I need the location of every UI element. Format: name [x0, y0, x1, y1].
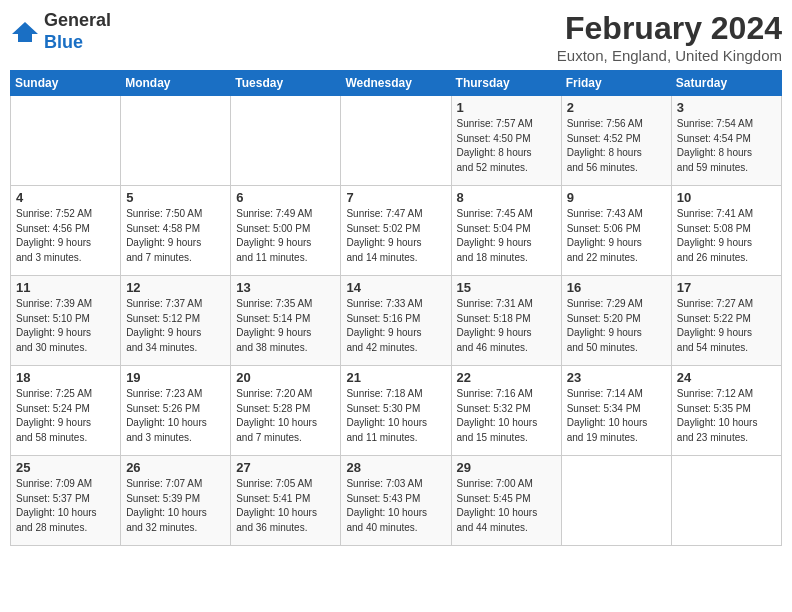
weekday-header-saturday: Saturday: [671, 71, 781, 96]
page-header: General Blue February 2024 Euxton, Engla…: [10, 10, 782, 64]
day-info: Sunrise: 7:27 AMSunset: 5:22 PMDaylight:…: [677, 297, 777, 355]
day-number: 8: [457, 190, 557, 205]
calendar-cell: 19Sunrise: 7:23 AMSunset: 5:26 PMDayligh…: [121, 366, 231, 456]
calendar-cell: 4Sunrise: 7:52 AMSunset: 4:56 PMDaylight…: [11, 186, 121, 276]
calendar-cell: 21Sunrise: 7:18 AMSunset: 5:30 PMDayligh…: [341, 366, 451, 456]
day-number: 1: [457, 100, 557, 115]
day-info: Sunrise: 7:14 AMSunset: 5:34 PMDaylight:…: [567, 387, 667, 445]
calendar-cell: [341, 96, 451, 186]
calendar-cell: 9Sunrise: 7:43 AMSunset: 5:06 PMDaylight…: [561, 186, 671, 276]
calendar-cell: [121, 96, 231, 186]
weekday-header-sunday: Sunday: [11, 71, 121, 96]
day-number: 13: [236, 280, 336, 295]
day-number: 4: [16, 190, 116, 205]
calendar-cell: 18Sunrise: 7:25 AMSunset: 5:24 PMDayligh…: [11, 366, 121, 456]
title-block: February 2024 Euxton, England, United Ki…: [557, 10, 782, 64]
calendar-cell: 13Sunrise: 7:35 AMSunset: 5:14 PMDayligh…: [231, 276, 341, 366]
day-info: Sunrise: 7:18 AMSunset: 5:30 PMDaylight:…: [346, 387, 446, 445]
location: Euxton, England, United Kingdom: [557, 47, 782, 64]
day-number: 11: [16, 280, 116, 295]
day-number: 29: [457, 460, 557, 475]
day-number: 9: [567, 190, 667, 205]
calendar-cell: 26Sunrise: 7:07 AMSunset: 5:39 PMDayligh…: [121, 456, 231, 546]
day-info: Sunrise: 7:23 AMSunset: 5:26 PMDaylight:…: [126, 387, 226, 445]
calendar-cell: [11, 96, 121, 186]
weekday-header-friday: Friday: [561, 71, 671, 96]
day-number: 3: [677, 100, 777, 115]
day-info: Sunrise: 7:39 AMSunset: 5:10 PMDaylight:…: [16, 297, 116, 355]
day-info: Sunrise: 7:43 AMSunset: 5:06 PMDaylight:…: [567, 207, 667, 265]
day-number: 22: [457, 370, 557, 385]
day-number: 25: [16, 460, 116, 475]
weekday-header-wednesday: Wednesday: [341, 71, 451, 96]
day-info: Sunrise: 7:52 AMSunset: 4:56 PMDaylight:…: [16, 207, 116, 265]
calendar-cell: 11Sunrise: 7:39 AMSunset: 5:10 PMDayligh…: [11, 276, 121, 366]
day-number: 17: [677, 280, 777, 295]
day-number: 15: [457, 280, 557, 295]
logo-icon: [10, 20, 40, 44]
day-number: 18: [16, 370, 116, 385]
day-number: 6: [236, 190, 336, 205]
calendar-cell: 1Sunrise: 7:57 AMSunset: 4:50 PMDaylight…: [451, 96, 561, 186]
day-info: Sunrise: 7:33 AMSunset: 5:16 PMDaylight:…: [346, 297, 446, 355]
weekday-header-tuesday: Tuesday: [231, 71, 341, 96]
day-info: Sunrise: 7:37 AMSunset: 5:12 PMDaylight:…: [126, 297, 226, 355]
day-info: Sunrise: 7:12 AMSunset: 5:35 PMDaylight:…: [677, 387, 777, 445]
day-info: Sunrise: 7:09 AMSunset: 5:37 PMDaylight:…: [16, 477, 116, 535]
calendar-cell: 29Sunrise: 7:00 AMSunset: 5:45 PMDayligh…: [451, 456, 561, 546]
calendar-cell: 8Sunrise: 7:45 AMSunset: 5:04 PMDaylight…: [451, 186, 561, 276]
calendar-cell: 6Sunrise: 7:49 AMSunset: 5:00 PMDaylight…: [231, 186, 341, 276]
day-number: 5: [126, 190, 226, 205]
calendar-cell: 7Sunrise: 7:47 AMSunset: 5:02 PMDaylight…: [341, 186, 451, 276]
day-info: Sunrise: 7:00 AMSunset: 5:45 PMDaylight:…: [457, 477, 557, 535]
calendar-cell: 25Sunrise: 7:09 AMSunset: 5:37 PMDayligh…: [11, 456, 121, 546]
day-info: Sunrise: 7:47 AMSunset: 5:02 PMDaylight:…: [346, 207, 446, 265]
week-row-0: 1Sunrise: 7:57 AMSunset: 4:50 PMDaylight…: [11, 96, 782, 186]
week-row-2: 11Sunrise: 7:39 AMSunset: 5:10 PMDayligh…: [11, 276, 782, 366]
calendar-cell: 2Sunrise: 7:56 AMSunset: 4:52 PMDaylight…: [561, 96, 671, 186]
day-info: Sunrise: 7:16 AMSunset: 5:32 PMDaylight:…: [457, 387, 557, 445]
weekday-header-thursday: Thursday: [451, 71, 561, 96]
day-number: 26: [126, 460, 226, 475]
calendar-cell: 5Sunrise: 7:50 AMSunset: 4:58 PMDaylight…: [121, 186, 231, 276]
calendar-header: SundayMondayTuesdayWednesdayThursdayFrid…: [11, 71, 782, 96]
calendar-cell: 12Sunrise: 7:37 AMSunset: 5:12 PMDayligh…: [121, 276, 231, 366]
day-info: Sunrise: 7:29 AMSunset: 5:20 PMDaylight:…: [567, 297, 667, 355]
day-number: 24: [677, 370, 777, 385]
day-number: 20: [236, 370, 336, 385]
day-info: Sunrise: 7:57 AMSunset: 4:50 PMDaylight:…: [457, 117, 557, 175]
month-title: February 2024: [557, 10, 782, 47]
day-info: Sunrise: 7:45 AMSunset: 5:04 PMDaylight:…: [457, 207, 557, 265]
day-info: Sunrise: 7:56 AMSunset: 4:52 PMDaylight:…: [567, 117, 667, 175]
calendar-cell: 16Sunrise: 7:29 AMSunset: 5:20 PMDayligh…: [561, 276, 671, 366]
day-number: 12: [126, 280, 226, 295]
weekday-row: SundayMondayTuesdayWednesdayThursdayFrid…: [11, 71, 782, 96]
calendar-body: 1Sunrise: 7:57 AMSunset: 4:50 PMDaylight…: [11, 96, 782, 546]
week-row-4: 25Sunrise: 7:09 AMSunset: 5:37 PMDayligh…: [11, 456, 782, 546]
day-number: 19: [126, 370, 226, 385]
calendar-cell: 10Sunrise: 7:41 AMSunset: 5:08 PMDayligh…: [671, 186, 781, 276]
week-row-1: 4Sunrise: 7:52 AMSunset: 4:56 PMDaylight…: [11, 186, 782, 276]
day-info: Sunrise: 7:41 AMSunset: 5:08 PMDaylight:…: [677, 207, 777, 265]
day-info: Sunrise: 7:50 AMSunset: 4:58 PMDaylight:…: [126, 207, 226, 265]
day-info: Sunrise: 7:31 AMSunset: 5:18 PMDaylight:…: [457, 297, 557, 355]
logo-text: General Blue: [44, 10, 111, 53]
weekday-header-monday: Monday: [121, 71, 231, 96]
calendar: SundayMondayTuesdayWednesdayThursdayFrid…: [10, 70, 782, 546]
day-number: 10: [677, 190, 777, 205]
day-number: 23: [567, 370, 667, 385]
day-number: 16: [567, 280, 667, 295]
calendar-cell: 24Sunrise: 7:12 AMSunset: 5:35 PMDayligh…: [671, 366, 781, 456]
day-info: Sunrise: 7:20 AMSunset: 5:28 PMDaylight:…: [236, 387, 336, 445]
day-info: Sunrise: 7:03 AMSunset: 5:43 PMDaylight:…: [346, 477, 446, 535]
day-number: 14: [346, 280, 446, 295]
day-number: 2: [567, 100, 667, 115]
calendar-cell: 23Sunrise: 7:14 AMSunset: 5:34 PMDayligh…: [561, 366, 671, 456]
day-info: Sunrise: 7:35 AMSunset: 5:14 PMDaylight:…: [236, 297, 336, 355]
calendar-cell: 15Sunrise: 7:31 AMSunset: 5:18 PMDayligh…: [451, 276, 561, 366]
calendar-cell: [561, 456, 671, 546]
day-number: 7: [346, 190, 446, 205]
calendar-cell: 17Sunrise: 7:27 AMSunset: 5:22 PMDayligh…: [671, 276, 781, 366]
calendar-cell: 3Sunrise: 7:54 AMSunset: 4:54 PMDaylight…: [671, 96, 781, 186]
day-info: Sunrise: 7:07 AMSunset: 5:39 PMDaylight:…: [126, 477, 226, 535]
